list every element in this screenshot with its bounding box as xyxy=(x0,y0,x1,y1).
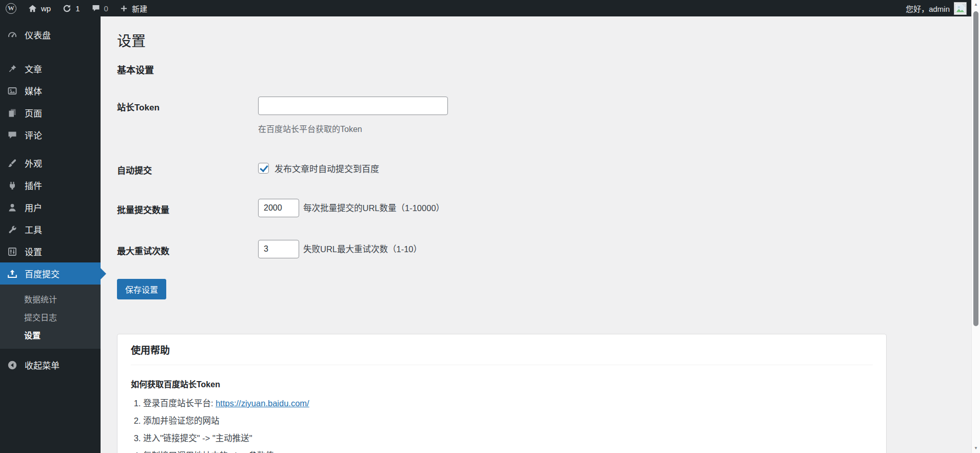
comments-menu[interactable]: 0 xyxy=(86,0,114,16)
admin-sidebar: 仪表盘 文章 媒体 页面 评论 xyxy=(0,16,101,453)
submenu-item-submit-log[interactable]: 提交日志 xyxy=(0,308,101,326)
max-retry-input[interactable] xyxy=(258,240,299,258)
help-step-link-submit: 进入"链接提交" -> "主动推送" xyxy=(143,433,873,443)
form-row-max-retry: 最大重试次数 失败URL最大重试次数（1-10） xyxy=(117,240,971,258)
sidebar-item-settings[interactable]: 设置 xyxy=(0,240,101,262)
batch-size-description: 每次批量提交的URL数量（1-10000） xyxy=(303,199,444,217)
sidebar-item-tools[interactable]: 工具 xyxy=(0,218,101,240)
plug-icon xyxy=(7,180,18,191)
user-icon xyxy=(7,202,18,213)
help-subtitle: 如何获取百度站长Token xyxy=(131,380,873,389)
help-step-copy-token: 复制接口调用地址中的token参数值 xyxy=(143,451,873,453)
token-label: 站长Token xyxy=(117,97,258,135)
dashboard-icon xyxy=(7,30,18,40)
auto-submit-label: 自动提交 xyxy=(117,159,258,176)
scrollbar-thumb[interactable] xyxy=(973,11,978,326)
plus-icon xyxy=(120,4,128,13)
max-retry-label: 最大重试次数 xyxy=(117,240,258,258)
sidebar-item-label: 用户 xyxy=(25,201,42,214)
updates-menu[interactable]: 1 xyxy=(56,0,85,16)
help-divider xyxy=(131,365,873,365)
user-greeting[interactable]: 您好，admin xyxy=(906,3,950,14)
page-title: 设置 xyxy=(117,33,971,50)
pushpin-icon xyxy=(7,64,18,74)
submenu-item-settings[interactable]: 设置 xyxy=(0,326,101,344)
user-avatar[interactable] xyxy=(954,2,967,15)
menu-separator xyxy=(0,46,101,58)
token-input[interactable] xyxy=(258,97,448,115)
wordpress-logo-menu[interactable]: W xyxy=(0,0,22,16)
save-settings-button[interactable]: 保存设置 xyxy=(117,279,166,299)
settings-form: 站长Token 在百度站长平台获取的Token 自动提交 发布文章时自动提交到百… xyxy=(117,97,971,258)
admin-bar: W wp 1 0 新建 您好，admin xyxy=(0,0,971,16)
submenu-item-statistics[interactable]: 数据统计 xyxy=(0,290,101,308)
upload-icon xyxy=(7,269,18,279)
new-content-label: 新建 xyxy=(132,3,147,14)
sidebar-item-comments[interactable]: 评论 xyxy=(0,124,101,146)
main-content: 设置 基本设置 站长Token 在百度站长平台获取的Token 自动提交 发布文… xyxy=(101,16,971,453)
wrench-icon xyxy=(7,224,18,235)
sidebar-item-label: 仪表盘 xyxy=(25,28,51,41)
auto-submit-checkbox-label: 发布文章时自动提交到百度 xyxy=(275,162,379,175)
sidebar-item-media[interactable]: 媒体 xyxy=(0,80,101,102)
site-name: wp xyxy=(41,4,51,13)
sidebar-item-baidu-submit[interactable]: 百度提交 xyxy=(0,262,101,285)
help-step-verify-site: 添加并验证您的网站 xyxy=(143,416,873,425)
comment-icon xyxy=(91,4,101,13)
max-retry-description: 失败URL最大重试次数（1-10） xyxy=(303,240,422,258)
scroll-up-arrow-icon[interactable]: ▲ xyxy=(972,1,980,8)
baidu-ziyuan-link[interactable]: https://ziyuan.baidu.com/ xyxy=(215,399,309,408)
update-icon xyxy=(62,4,72,13)
batch-size-input[interactable] xyxy=(258,199,299,217)
sidebar-item-appearance[interactable]: 外观 xyxy=(0,152,101,174)
collapse-menu-label: 收起菜单 xyxy=(25,358,60,371)
sidebar-item-label: 评论 xyxy=(25,128,42,141)
image-placeholder-icon xyxy=(955,3,966,14)
collapse-menu-button[interactable]: 收起菜单 xyxy=(0,354,101,376)
sidebar-item-users[interactable]: 用户 xyxy=(0,196,101,218)
help-steps-list: 登录百度站长平台: https://ziyuan.baidu.com/ 添加并验… xyxy=(131,399,873,453)
scroll-down-arrow-icon[interactable]: ▼ xyxy=(972,445,980,452)
auto-submit-checkbox[interactable] xyxy=(258,163,269,174)
site-link[interactable]: wp xyxy=(22,0,56,16)
comment-count: 0 xyxy=(104,4,108,13)
sidebar-item-posts[interactable]: 文章 xyxy=(0,58,101,80)
sidebar-item-label: 媒体 xyxy=(25,84,42,97)
sidebar-item-plugins[interactable]: 插件 xyxy=(0,174,101,196)
help-step-login: 登录百度站长平台: https://ziyuan.baidu.com/ xyxy=(143,399,873,408)
pages-icon xyxy=(7,108,18,118)
sidebar-item-label: 百度提交 xyxy=(25,267,60,280)
vertical-scrollbar[interactable]: ▲ ▼ xyxy=(971,0,980,453)
collapse-arrow-icon xyxy=(7,360,18,370)
submenu-container: 数据统计 提交日志 设置 xyxy=(0,285,101,349)
sidebar-item-label: 插件 xyxy=(25,179,42,192)
sliders-icon xyxy=(7,247,18,257)
sidebar-item-label: 外观 xyxy=(25,157,42,169)
comment-bubble-icon xyxy=(7,130,18,140)
sidebar-item-label: 文章 xyxy=(25,62,42,75)
paintbrush-icon xyxy=(7,158,18,168)
new-content-menu[interactable]: 新建 xyxy=(114,0,153,16)
sidebar-item-dashboard[interactable]: 仪表盘 xyxy=(0,24,101,46)
form-row-batch-size: 批量提交数量 每次批量提交的URL数量（1-10000） xyxy=(117,199,971,217)
form-row-auto-submit: 自动提交 发布文章时自动提交到百度 xyxy=(117,159,971,176)
help-card: 使用帮助 如何获取百度站长Token 登录百度站长平台: https://ziy… xyxy=(117,334,887,453)
sidebar-item-label: 页面 xyxy=(25,106,42,119)
section-title-basic-settings: 基本设置 xyxy=(117,65,971,76)
update-count: 1 xyxy=(75,4,80,13)
wordpress-logo-icon: W xyxy=(6,3,16,14)
batch-size-label: 批量提交数量 xyxy=(117,199,258,217)
form-row-token: 站长Token 在百度站长平台获取的Token xyxy=(117,97,971,135)
token-description: 在百度站长平台获取的Token xyxy=(258,122,448,135)
menu-separator xyxy=(0,146,101,152)
sidebar-item-pages[interactable]: 页面 xyxy=(0,102,101,124)
media-icon xyxy=(7,86,18,96)
sidebar-item-label: 设置 xyxy=(25,245,42,258)
help-title: 使用帮助 xyxy=(131,345,873,357)
sidebar-item-label: 工具 xyxy=(25,223,42,236)
help-step-text: 登录百度站长平台: xyxy=(143,399,215,408)
home-icon xyxy=(28,4,37,13)
